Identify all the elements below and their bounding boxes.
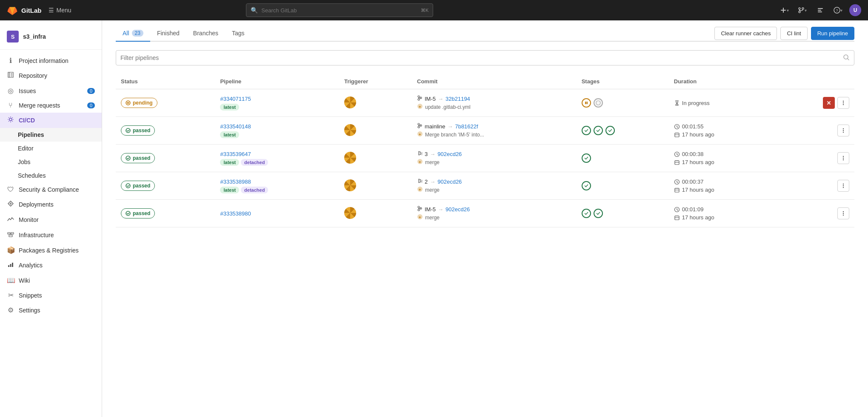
- svg-point-34: [418, 126, 420, 128]
- stage-icon-0[interactable]: [582, 153, 591, 163]
- svg-point-69: [843, 211, 844, 212]
- sidebar-item-jobs[interactable]: Jobs: [0, 155, 102, 169]
- sidebar-item-repository[interactable]: Repository: [0, 68, 102, 83]
- merge-requests-icon[interactable]: ▾: [796, 3, 809, 17]
- run-pipeline-button[interactable]: Run pipeline: [811, 27, 854, 40]
- sidebar-item-security-compliance[interactable]: 🛡 Security & Compliance: [0, 182, 102, 197]
- pipeline-tag-detached: detached: [241, 187, 268, 193]
- more-actions-button[interactable]: [837, 125, 849, 136]
- stage-icon-1[interactable]: [594, 209, 603, 218]
- svg-point-21: [418, 96, 420, 97]
- status-badge: pending: [121, 98, 157, 108]
- help-icon[interactable]: ? ▾: [831, 3, 845, 17]
- commit-hash-link[interactable]: 32b21194: [445, 96, 470, 102]
- more-actions-button[interactable]: [837, 180, 849, 192]
- sidebar-item-schedules[interactable]: Schedules: [0, 169, 102, 182]
- more-actions-button[interactable]: [837, 97, 849, 109]
- more-actions-button[interactable]: [837, 207, 849, 219]
- todo-icon[interactable]: [814, 3, 827, 17]
- calendar-icon: [674, 159, 680, 165]
- status-badge: passed: [121, 125, 155, 136]
- stage-icon-0[interactable]: [582, 98, 591, 108]
- cancel-pipeline-button[interactable]: [823, 97, 835, 109]
- sidebar-item-cicd[interactable]: CI/CD: [0, 113, 102, 128]
- filter-input[interactable]: [120, 54, 843, 61]
- issues-icon: ◎: [7, 87, 14, 95]
- status-cell-3: passed: [116, 172, 215, 200]
- actions-cell-0: [777, 89, 854, 117]
- stage-icon-0[interactable]: [582, 209, 591, 218]
- duration-ago: 17 hours ago: [682, 187, 714, 193]
- svg-rect-5: [818, 8, 823, 9]
- branch-icon: ${row.branch}: [417, 150, 423, 157]
- commit-avatar-small: ◈: [417, 186, 423, 193]
- sidebar-item-deployments[interactable]: Deployments: [0, 197, 102, 212]
- stages-container: [582, 126, 664, 135]
- stage-icon-0[interactable]: [582, 181, 591, 190]
- table-row: passed#333538988latest detached ${row.br…: [116, 172, 854, 200]
- svg-point-49: [843, 156, 844, 157]
- commit-hash-link[interactable]: 902ecd26: [445, 206, 470, 213]
- user-avatar[interactable]: U: [849, 4, 861, 16]
- tab-tags[interactable]: Tags: [225, 26, 251, 42]
- pipeline-tag-latest: latest: [220, 187, 239, 193]
- commit-cell-3: ${row.branch} 2 → 902ecd26 ◈ merge: [412, 172, 577, 200]
- triggerer-avatar: [344, 152, 356, 164]
- clear-runner-caches-button[interactable]: Clear runner caches: [714, 27, 777, 40]
- svg-point-43: [126, 156, 130, 160]
- pipeline-tag-detached: detached: [241, 159, 268, 166]
- triggerer-cell-2: [339, 145, 412, 172]
- duration-cell-3: 00:00:37 17 hours ago: [669, 172, 777, 200]
- gitlab-logo[interactable]: GitLab: [7, 5, 42, 16]
- sidebar-item-pipelines[interactable]: Pipelines: [0, 128, 102, 142]
- sidebar-item-infrastructure[interactable]: Infrastructure: [0, 227, 102, 238]
- pending-icon: [126, 100, 131, 105]
- status-badge: passed: [121, 181, 155, 191]
- stage-icon-1[interactable]: [594, 98, 603, 108]
- pipeline-link[interactable]: #333540148: [220, 123, 251, 130]
- tab-finished[interactable]: Finished: [150, 26, 186, 42]
- svg-point-62: [418, 206, 420, 208]
- branch-name: IM-5: [425, 96, 436, 102]
- svg-point-31: [843, 104, 844, 105]
- pipeline-link[interactable]: #333538980: [220, 210, 251, 217]
- ci-lint-button[interactable]: CI lint: [780, 27, 807, 40]
- commit-hash-link[interactable]: 7b81622f: [455, 123, 478, 130]
- commit-hash-link[interactable]: 902ecd26: [437, 179, 462, 185]
- sidebar-item-monitor[interactable]: Monitor: [0, 212, 102, 227]
- table-header: Status Pipeline Triggerer Commit Stages …: [116, 74, 854, 89]
- svg-rect-19: [127, 102, 128, 104]
- pipeline-link[interactable]: #333538988: [220, 179, 251, 185]
- commit-avatar-small: ◈: [417, 159, 423, 166]
- pipeline-tag-latest: latest: [220, 159, 239, 166]
- search-input[interactable]: [261, 7, 417, 14]
- in-progress-label: In progress: [682, 100, 710, 106]
- col-actions: [777, 74, 854, 89]
- pipeline-link[interactable]: #334071175: [220, 96, 251, 102]
- tab-branches[interactable]: Branches: [186, 26, 225, 42]
- create-new-icon[interactable]: ▾: [778, 3, 791, 17]
- branch-icon: [417, 123, 423, 130]
- table-row: passed#333538980 IM-5 → 902ecd26 ◈ merge…: [116, 200, 854, 227]
- top-navigation: GitLab ☰ Menu 🔍 ⌘K ▾ ▾: [0, 0, 868, 20]
- cicd-icon: [7, 116, 14, 125]
- pipeline-link[interactable]: #333539647: [220, 151, 251, 157]
- stage-icon-1[interactable]: [594, 126, 603, 135]
- pipeline-filter-bar[interactable]: [116, 50, 854, 65]
- sidebar-item-issues[interactable]: ◎ Issues 0: [0, 83, 102, 98]
- more-actions-button[interactable]: [837, 152, 849, 164]
- stage-icon-2[interactable]: [605, 126, 615, 135]
- global-search-bar[interactable]: 🔍 ⌘K: [246, 3, 433, 17]
- stage-icon-0[interactable]: [582, 126, 591, 135]
- sidebar-item-project-information[interactable]: ℹ Project information: [0, 53, 102, 68]
- commit-cell-0: IM-5 → 32b21194 ◈ update .gitlab-ci.yml: [412, 89, 577, 117]
- svg-point-2: [799, 8, 800, 9]
- menu-toggle[interactable]: ☰ Menu: [49, 7, 71, 14]
- commit-cell-2: ${row.branch} 3 → 902ecd26 ◈ merge: [412, 145, 577, 172]
- commit-hash-link[interactable]: 902ecd26: [437, 151, 462, 157]
- actions-container: [782, 207, 849, 219]
- sidebar-item-editor[interactable]: Editor: [0, 142, 102, 155]
- tab-all[interactable]: All 23: [116, 26, 150, 42]
- sidebar-item-merge-requests[interactable]: ⑂ Merge requests 0: [0, 98, 102, 113]
- sidebar-project-header: S s3_infra: [0, 27, 102, 50]
